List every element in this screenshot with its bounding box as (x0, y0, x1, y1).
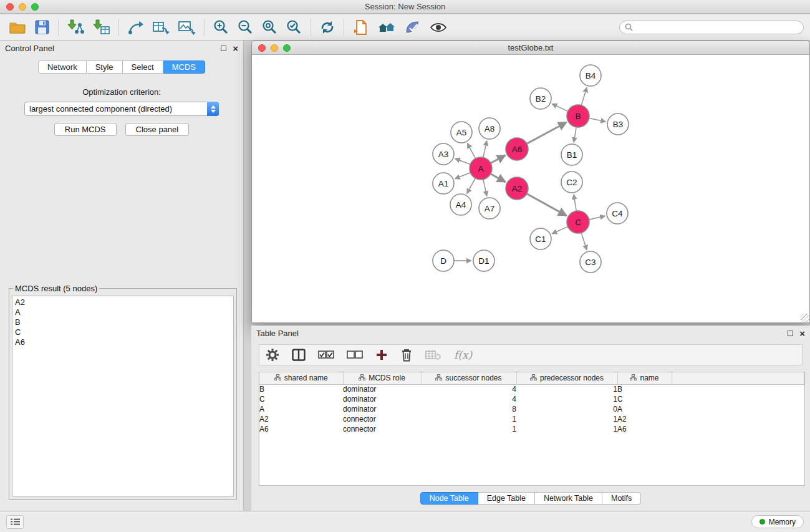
graph-edge[interactable] (467, 143, 475, 158)
graph-node-B1[interactable]: B1 (561, 144, 582, 165)
show-columns-icon[interactable] (292, 349, 306, 361)
graph-edge[interactable] (483, 141, 487, 158)
tab-select[interactable]: Select (123, 60, 163, 74)
graph-edge[interactable] (491, 174, 506, 182)
graph-edge[interactable] (552, 104, 568, 111)
table-tab-edge-table[interactable]: Edge Table (478, 492, 535, 505)
graph-edge[interactable] (552, 226, 567, 233)
double-home-icon[interactable] (377, 20, 396, 35)
mcds-result-item[interactable]: A (15, 307, 231, 317)
refresh-icon[interactable] (320, 20, 335, 35)
graph-node-D1[interactable]: D1 (473, 250, 494, 271)
table-row[interactable]: Bdominator41B (259, 384, 804, 394)
graph-node-A8[interactable]: A8 (479, 118, 500, 139)
network-window-titlebar[interactable]: testGlobe.txt (252, 41, 809, 55)
graph-node-C2[interactable]: C2 (561, 172, 582, 193)
graph-node-C[interactable]: C (567, 211, 589, 233)
graph-node-A5[interactable]: A5 (451, 122, 472, 143)
graph-node-B[interactable]: B (567, 105, 589, 127)
optimization-criterion-select[interactable]: largest connected component (directed) (24, 102, 219, 116)
table-settings-gear-icon[interactable] (266, 348, 279, 362)
float-panel-icon[interactable] (221, 46, 226, 51)
eye-icon[interactable] (430, 21, 447, 34)
task-history-icon[interactable] (6, 515, 24, 529)
graph-node-C3[interactable]: C3 (580, 251, 601, 273)
import-table-icon[interactable] (93, 19, 110, 35)
network-canvas[interactable]: B4B2BB3A5A8A6B1A3AC2A1A2A4A7C4CC1C3DD1 (252, 55, 809, 322)
network-table-icon[interactable] (153, 20, 170, 35)
graph-edge[interactable] (581, 87, 587, 105)
node-table[interactable]: shared nameMCDS rolesuccessor nodesprede… (259, 372, 805, 486)
delete-column-trash-icon[interactable] (400, 348, 413, 362)
graph-edge[interactable] (574, 127, 576, 142)
table-header-row[interactable]: shared nameMCDS rolesuccessor nodesprede… (259, 372, 804, 384)
memory-button[interactable]: Memory (751, 515, 804, 528)
graph-edge[interactable] (589, 118, 606, 122)
graph-node-A[interactable]: A (470, 157, 492, 180)
mcds-result-list[interactable]: A2ABCA6 (12, 296, 234, 496)
clone-network-icon[interactable] (128, 20, 144, 35)
mcds-result-item[interactable]: A6 (15, 337, 231, 347)
graph-edge[interactable] (491, 155, 506, 163)
mcds-result-item[interactable]: C (15, 327, 231, 337)
graph-node-C1[interactable]: C1 (530, 228, 551, 249)
column-header-MCDS-role[interactable]: MCDS role (343, 372, 421, 384)
save-session-icon[interactable] (35, 20, 49, 34)
graph-node-A4[interactable]: A4 (450, 194, 471, 215)
graph-edge[interactable] (455, 173, 471, 179)
graph-node-D[interactable]: D (433, 250, 454, 271)
table-row[interactable]: Adominator80A (259, 404, 804, 414)
graph-edge[interactable] (455, 158, 471, 164)
zoom-out-icon[interactable] (238, 19, 253, 35)
table-row[interactable]: A6connector11A6 (259, 424, 804, 434)
graph-node-A2[interactable]: A2 (506, 177, 528, 200)
import-network-icon[interactable] (67, 19, 84, 35)
graph-node-A6[interactable]: A6 (506, 138, 528, 160)
document-icon[interactable] (353, 19, 369, 36)
graph-edge[interactable] (574, 195, 576, 211)
table-row[interactable]: A2connector11A2 (259, 414, 804, 424)
mcds-result-item[interactable]: A2 (15, 297, 231, 307)
graph-node-B2[interactable]: B2 (530, 88, 551, 109)
graph-edge[interactable] (581, 233, 587, 250)
table-tab-node-table[interactable]: Node Table (420, 492, 478, 505)
search-field[interactable] (619, 21, 804, 34)
graph-node-C4[interactable]: C4 (607, 203, 628, 224)
graph-edge[interactable] (527, 122, 567, 143)
table-close-panel-icon[interactable]: × (799, 329, 805, 338)
graph-edge[interactable] (483, 180, 487, 196)
graph-node-A1[interactable]: A1 (433, 173, 454, 194)
export-image-icon[interactable] (178, 20, 195, 35)
zoom-in-icon[interactable] (213, 19, 229, 35)
graph-node-A3[interactable]: A3 (433, 143, 454, 165)
tab-mcds[interactable]: MCDS (163, 60, 205, 74)
function-builder-icon[interactable]: f(x) (454, 349, 472, 361)
column-header-name[interactable]: name (617, 372, 672, 384)
graph-edge[interactable] (589, 216, 605, 220)
column-header-predecessor-nodes[interactable]: predecessor nodes (516, 372, 617, 384)
tab-style[interactable]: Style (87, 60, 123, 74)
table-float-panel-icon[interactable] (788, 331, 793, 336)
zoom-selected-icon[interactable] (286, 19, 302, 35)
unselect-all-columns-icon[interactable] (347, 351, 363, 359)
column-header-shared-name[interactable]: shared name (259, 372, 343, 384)
close-panel-button[interactable]: Close panel (125, 123, 190, 136)
search-input[interactable] (635, 23, 798, 32)
graph-edge[interactable] (467, 178, 476, 194)
table-body[interactable]: Bdominator41BCdominator41CAdominator80AA… (259, 384, 804, 434)
table-tab-network-table[interactable]: Network Table (535, 492, 602, 505)
graph-node-A7[interactable]: A7 (479, 198, 500, 219)
check-badge-icon[interactable] (405, 20, 421, 35)
mcds-result-item[interactable]: B (15, 317, 231, 327)
graph-edge[interactable] (527, 194, 567, 216)
run-mcds-button[interactable]: Run MCDS (54, 123, 117, 136)
create-column-icon[interactable] (375, 349, 388, 361)
close-panel-icon[interactable]: × (233, 44, 238, 53)
column-header-successor-nodes[interactable]: successor nodes (421, 372, 516, 384)
table-row[interactable]: Cdominator41C (259, 394, 804, 404)
graph-node-B3[interactable]: B3 (607, 114, 629, 135)
open-session-icon[interactable] (9, 20, 26, 34)
table-tab-motifs[interactable]: Motifs (602, 492, 641, 505)
select-all-columns-icon[interactable] (318, 351, 334, 359)
tab-network[interactable]: Network (38, 60, 87, 74)
